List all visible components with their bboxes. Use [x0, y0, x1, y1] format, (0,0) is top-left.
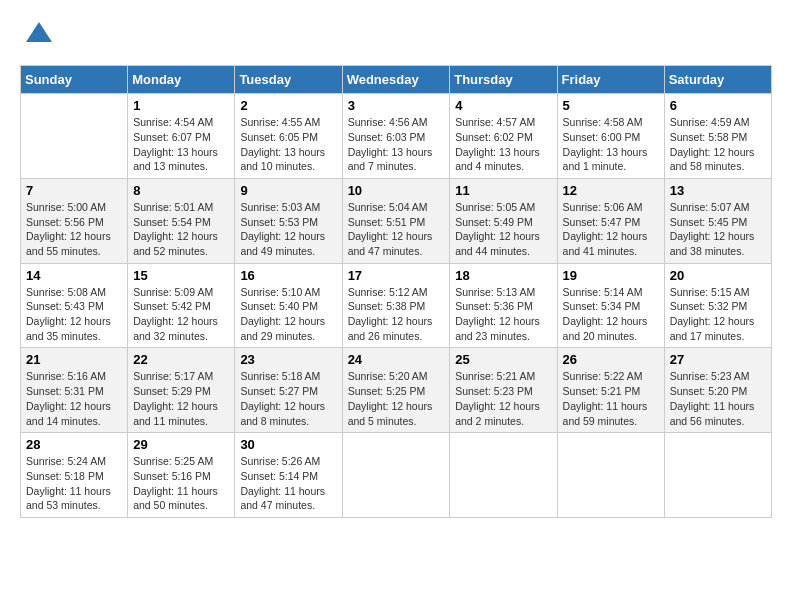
day-info: Sunrise: 4:57 AMSunset: 6:02 PMDaylight:… [455, 115, 551, 174]
day-info: Sunrise: 5:18 AMSunset: 5:27 PMDaylight:… [240, 369, 336, 428]
calendar-cell: 8Sunrise: 5:01 AMSunset: 5:54 PMDaylight… [128, 178, 235, 263]
day-info: Sunrise: 5:01 AMSunset: 5:54 PMDaylight:… [133, 200, 229, 259]
day-number: 16 [240, 268, 336, 283]
day-number: 11 [455, 183, 551, 198]
calendar-table: SundayMondayTuesdayWednesdayThursdayFrid… [20, 65, 772, 518]
calendar-cell [21, 94, 128, 179]
day-info: Sunrise: 5:17 AMSunset: 5:29 PMDaylight:… [133, 369, 229, 428]
day-number: 30 [240, 437, 336, 452]
page-header [20, 20, 772, 55]
day-info: Sunrise: 5:26 AMSunset: 5:14 PMDaylight:… [240, 454, 336, 513]
day-number: 14 [26, 268, 122, 283]
day-info: Sunrise: 5:05 AMSunset: 5:49 PMDaylight:… [455, 200, 551, 259]
day-info: Sunrise: 4:56 AMSunset: 6:03 PMDaylight:… [348, 115, 445, 174]
day-info: Sunrise: 5:24 AMSunset: 5:18 PMDaylight:… [26, 454, 122, 513]
calendar-cell: 30Sunrise: 5:26 AMSunset: 5:14 PMDayligh… [235, 433, 342, 518]
svg-marker-0 [26, 22, 52, 42]
day-number: 15 [133, 268, 229, 283]
calendar-cell [557, 433, 664, 518]
day-info: Sunrise: 4:58 AMSunset: 6:00 PMDaylight:… [563, 115, 659, 174]
day-info: Sunrise: 5:25 AMSunset: 5:16 PMDaylight:… [133, 454, 229, 513]
calendar-header-sunday: Sunday [21, 66, 128, 94]
calendar-cell: 14Sunrise: 5:08 AMSunset: 5:43 PMDayligh… [21, 263, 128, 348]
calendar-week-row: 28Sunrise: 5:24 AMSunset: 5:18 PMDayligh… [21, 433, 772, 518]
day-number: 13 [670, 183, 766, 198]
calendar-week-row: 1Sunrise: 4:54 AMSunset: 6:07 PMDaylight… [21, 94, 772, 179]
calendar-cell: 11Sunrise: 5:05 AMSunset: 5:49 PMDayligh… [450, 178, 557, 263]
day-info: Sunrise: 5:12 AMSunset: 5:38 PMDaylight:… [348, 285, 445, 344]
calendar-cell: 9Sunrise: 5:03 AMSunset: 5:53 PMDaylight… [235, 178, 342, 263]
day-number: 6 [670, 98, 766, 113]
calendar-cell: 13Sunrise: 5:07 AMSunset: 5:45 PMDayligh… [664, 178, 771, 263]
calendar-cell: 26Sunrise: 5:22 AMSunset: 5:21 PMDayligh… [557, 348, 664, 433]
day-number: 10 [348, 183, 445, 198]
day-number: 27 [670, 352, 766, 367]
day-number: 5 [563, 98, 659, 113]
day-info: Sunrise: 5:04 AMSunset: 5:51 PMDaylight:… [348, 200, 445, 259]
calendar-header-tuesday: Tuesday [235, 66, 342, 94]
calendar-cell [450, 433, 557, 518]
calendar-cell: 12Sunrise: 5:06 AMSunset: 5:47 PMDayligh… [557, 178, 664, 263]
day-info: Sunrise: 5:10 AMSunset: 5:40 PMDaylight:… [240, 285, 336, 344]
day-number: 21 [26, 352, 122, 367]
day-info: Sunrise: 5:06 AMSunset: 5:47 PMDaylight:… [563, 200, 659, 259]
calendar-cell: 20Sunrise: 5:15 AMSunset: 5:32 PMDayligh… [664, 263, 771, 348]
calendar-cell: 2Sunrise: 4:55 AMSunset: 6:05 PMDaylight… [235, 94, 342, 179]
calendar-header-thursday: Thursday [450, 66, 557, 94]
day-info: Sunrise: 5:14 AMSunset: 5:34 PMDaylight:… [563, 285, 659, 344]
calendar-header-friday: Friday [557, 66, 664, 94]
day-number: 2 [240, 98, 336, 113]
day-number: 7 [26, 183, 122, 198]
day-number: 18 [455, 268, 551, 283]
calendar-cell: 4Sunrise: 4:57 AMSunset: 6:02 PMDaylight… [450, 94, 557, 179]
day-info: Sunrise: 4:59 AMSunset: 5:58 PMDaylight:… [670, 115, 766, 174]
calendar-cell: 19Sunrise: 5:14 AMSunset: 5:34 PMDayligh… [557, 263, 664, 348]
calendar-cell: 27Sunrise: 5:23 AMSunset: 5:20 PMDayligh… [664, 348, 771, 433]
day-number: 12 [563, 183, 659, 198]
calendar-week-row: 7Sunrise: 5:00 AMSunset: 5:56 PMDaylight… [21, 178, 772, 263]
day-info: Sunrise: 5:15 AMSunset: 5:32 PMDaylight:… [670, 285, 766, 344]
day-info: Sunrise: 5:00 AMSunset: 5:56 PMDaylight:… [26, 200, 122, 259]
calendar-header-wednesday: Wednesday [342, 66, 450, 94]
day-number: 20 [670, 268, 766, 283]
day-number: 29 [133, 437, 229, 452]
logo [20, 20, 54, 55]
calendar-cell: 29Sunrise: 5:25 AMSunset: 5:16 PMDayligh… [128, 433, 235, 518]
calendar-cell: 17Sunrise: 5:12 AMSunset: 5:38 PMDayligh… [342, 263, 450, 348]
calendar-cell: 23Sunrise: 5:18 AMSunset: 5:27 PMDayligh… [235, 348, 342, 433]
calendar-cell: 6Sunrise: 4:59 AMSunset: 5:58 PMDaylight… [664, 94, 771, 179]
day-info: Sunrise: 5:09 AMSunset: 5:42 PMDaylight:… [133, 285, 229, 344]
day-number: 4 [455, 98, 551, 113]
calendar-cell: 18Sunrise: 5:13 AMSunset: 5:36 PMDayligh… [450, 263, 557, 348]
day-number: 3 [348, 98, 445, 113]
day-info: Sunrise: 5:16 AMSunset: 5:31 PMDaylight:… [26, 369, 122, 428]
calendar-cell: 22Sunrise: 5:17 AMSunset: 5:29 PMDayligh… [128, 348, 235, 433]
calendar-week-row: 14Sunrise: 5:08 AMSunset: 5:43 PMDayligh… [21, 263, 772, 348]
calendar-cell: 15Sunrise: 5:09 AMSunset: 5:42 PMDayligh… [128, 263, 235, 348]
calendar-cell: 1Sunrise: 4:54 AMSunset: 6:07 PMDaylight… [128, 94, 235, 179]
calendar-cell: 3Sunrise: 4:56 AMSunset: 6:03 PMDaylight… [342, 94, 450, 179]
calendar-cell: 25Sunrise: 5:21 AMSunset: 5:23 PMDayligh… [450, 348, 557, 433]
logo-icon [24, 20, 54, 50]
calendar-cell: 21Sunrise: 5:16 AMSunset: 5:31 PMDayligh… [21, 348, 128, 433]
calendar-week-row: 21Sunrise: 5:16 AMSunset: 5:31 PMDayligh… [21, 348, 772, 433]
calendar-cell: 5Sunrise: 4:58 AMSunset: 6:00 PMDaylight… [557, 94, 664, 179]
calendar-cell: 10Sunrise: 5:04 AMSunset: 5:51 PMDayligh… [342, 178, 450, 263]
day-number: 17 [348, 268, 445, 283]
day-info: Sunrise: 5:21 AMSunset: 5:23 PMDaylight:… [455, 369, 551, 428]
day-number: 1 [133, 98, 229, 113]
day-info: Sunrise: 5:13 AMSunset: 5:36 PMDaylight:… [455, 285, 551, 344]
calendar-header-saturday: Saturday [664, 66, 771, 94]
calendar-cell: 28Sunrise: 5:24 AMSunset: 5:18 PMDayligh… [21, 433, 128, 518]
day-info: Sunrise: 5:22 AMSunset: 5:21 PMDaylight:… [563, 369, 659, 428]
day-number: 22 [133, 352, 229, 367]
day-info: Sunrise: 4:54 AMSunset: 6:07 PMDaylight:… [133, 115, 229, 174]
day-info: Sunrise: 5:07 AMSunset: 5:45 PMDaylight:… [670, 200, 766, 259]
calendar-cell [342, 433, 450, 518]
calendar-cell: 16Sunrise: 5:10 AMSunset: 5:40 PMDayligh… [235, 263, 342, 348]
day-number: 28 [26, 437, 122, 452]
day-info: Sunrise: 5:23 AMSunset: 5:20 PMDaylight:… [670, 369, 766, 428]
day-number: 19 [563, 268, 659, 283]
calendar-cell [664, 433, 771, 518]
day-number: 8 [133, 183, 229, 198]
